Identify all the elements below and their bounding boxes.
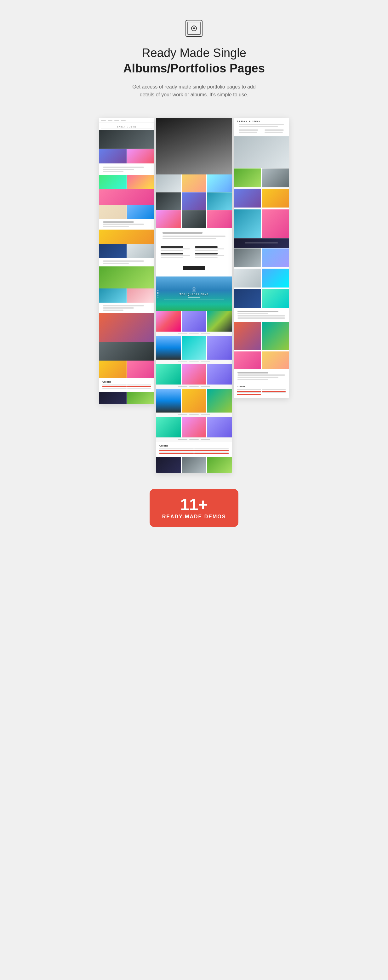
credit-line (262, 389, 286, 390)
credit-line-accent (127, 386, 151, 387)
right-text-block-1 (234, 308, 289, 321)
text-line (239, 132, 257, 133)
credit-line-accent (237, 391, 261, 392)
text-line (237, 315, 285, 317)
caption-dot (189, 361, 199, 362)
caption-dot (189, 334, 199, 334)
right-grid-photo (234, 189, 261, 207)
right-photo-grid-4 (234, 248, 289, 267)
right-grid-photo (262, 352, 289, 369)
nature-photo-sunflower (182, 389, 207, 412)
grid-photo (182, 175, 207, 192)
credit-line (102, 385, 127, 385)
right-grid-photo (234, 352, 261, 369)
left-couple-name: SARAH + JOHN (101, 125, 153, 129)
caption-dot (189, 414, 199, 415)
right-photo-grid-8 (234, 352, 289, 369)
text-line (103, 305, 144, 306)
right-photo-grid-1 (234, 169, 289, 188)
text-line (162, 235, 226, 237)
text-line (103, 224, 144, 225)
text-line (103, 307, 134, 309)
left-header: SARAH + JOHN (99, 123, 154, 130)
service-desc (161, 255, 190, 256)
text-line (264, 132, 283, 133)
right-nine-words (234, 369, 289, 383)
left-micro-grid-6 (99, 361, 154, 378)
text-line (237, 311, 278, 312)
caption-dot (189, 439, 199, 440)
left-text-block-3 (99, 258, 154, 266)
right-photo-grid-6 (234, 289, 289, 308)
text-line (239, 124, 284, 125)
grid-photo (207, 175, 232, 192)
left-micro-grid-3 (99, 205, 154, 219)
badge-number: 11+ (162, 496, 226, 513)
service-desc (195, 257, 218, 258)
left-credits-grid (102, 385, 151, 389)
text-line (103, 167, 144, 168)
left-micro-grid-2 (99, 175, 154, 189)
caption-bar-5 (156, 438, 232, 442)
side-nav-dot (157, 297, 158, 298)
left-grid-photo (127, 149, 154, 164)
nature-photo-mountain2 (156, 389, 181, 412)
grid-photo (207, 192, 232, 210)
service-desc (161, 257, 183, 258)
left-micro-grid-4 (99, 244, 154, 258)
nature-row-5 (156, 417, 232, 438)
nature-photo-jellyfish (156, 311, 181, 332)
previews-container: SARAH + JOHN (5, 111, 383, 473)
left-grid-photo (99, 288, 127, 302)
text-line (239, 129, 258, 131)
nature-row-2 (156, 336, 232, 360)
page-title: Ready Made Single Albums/Portfolios Page… (123, 45, 265, 76)
side-nav-dot (157, 290, 158, 291)
nav-item (121, 120, 126, 121)
left-grid-photo (127, 175, 154, 189)
book-now-button[interactable] (183, 266, 205, 270)
left-photo-1 (99, 130, 154, 149)
nav-item (114, 120, 119, 121)
text-line (103, 221, 134, 223)
badge-label: READY-MADE DEMOS (162, 514, 226, 520)
right-grid-photo (234, 269, 261, 288)
iguana-title-underline (188, 297, 200, 298)
right-credits-title: Credits (237, 385, 286, 388)
text-line (103, 169, 134, 170)
grid-photo (207, 210, 232, 228)
service-headshot (195, 246, 227, 251)
text-line (264, 129, 284, 131)
left-photo-dance (99, 342, 154, 361)
text-line-header (237, 372, 268, 374)
book-button-container (156, 261, 232, 277)
credit-line (262, 392, 286, 393)
service-desc (195, 255, 224, 256)
right-grid-photo (234, 289, 261, 308)
text-line (103, 261, 144, 262)
dark-banner (234, 239, 289, 248)
service-title (195, 253, 218, 255)
preview-left: SARAH + JOHN (99, 118, 154, 404)
caption-dot (200, 334, 210, 334)
iguana-subtitle-line (164, 299, 224, 300)
svg-rect-4 (192, 288, 196, 291)
center-credits-section: Credits (156, 442, 232, 457)
header-section: Ready Made Single Albums/Portfolios Page… (0, 0, 388, 111)
right-grid-photo (262, 289, 289, 308)
right-grid-photo (262, 322, 289, 350)
caption-dot (200, 414, 210, 415)
nature-photo-palm2 (207, 389, 232, 412)
text-line (237, 374, 285, 376)
nav-item (108, 120, 113, 121)
service-desc (195, 248, 224, 250)
right-main-photo (234, 136, 289, 168)
credit-line (237, 392, 261, 393)
caption-dot (200, 439, 210, 440)
right-couple-name: SARAH + JOHN (237, 120, 286, 123)
service-desc (195, 250, 218, 251)
left-grid-photo (127, 392, 154, 404)
caption-bar-4 (156, 412, 232, 417)
right-grid-photo (234, 209, 261, 238)
text-line (103, 226, 129, 227)
